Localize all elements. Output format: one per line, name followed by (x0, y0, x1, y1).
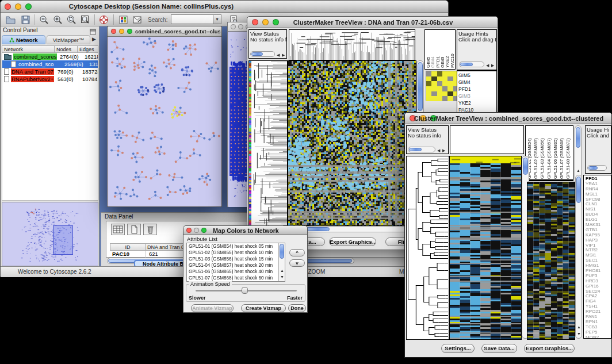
vizmap-grid-icon[interactable] (118, 14, 129, 25)
matrix-cell[interactable] (442, 91, 447, 97)
annotation-icon[interactable] (132, 14, 143, 25)
matrix-cell[interactable] (431, 76, 437, 82)
network-list-row[interactable]: combined_scores2764(0)16218(0) (2, 53, 98, 60)
close-button[interactable] (111, 29, 116, 34)
scroll-up-arrow[interactable]: ▲ (280, 269, 284, 273)
scroll-down-arrow[interactable]: ▼ (280, 275, 284, 279)
cluster-correlation-matrix[interactable] (426, 71, 458, 101)
dialog-titlebar[interactable]: Map Colors to Network (183, 226, 307, 235)
scroll-left-arrow[interactable]: ◀ (437, 148, 440, 152)
matrix-cell[interactable] (431, 86, 437, 91)
usage-hints-hscrollbar[interactable] (459, 62, 484, 67)
data-column-id[interactable]: ID (110, 243, 146, 251)
matrix-cell[interactable] (447, 96, 453, 101)
minimize-button[interactable] (238, 24, 243, 29)
heatmap-canvas[interactable] (449, 156, 522, 340)
export-graphics-button[interactable]: Export Graphics... (524, 344, 575, 353)
matrix-cell[interactable] (442, 96, 447, 101)
matrix-cell[interactable] (447, 86, 453, 91)
delete-attribute-icon[interactable] (143, 224, 157, 235)
scroll-thumb[interactable] (460, 63, 473, 66)
scroll-right-arrow[interactable]: ▶ (282, 53, 285, 57)
tab-overflow-button[interactable]: ▶ (92, 36, 96, 42)
search-input[interactable]: ▾ (171, 14, 221, 24)
matrix-cell[interactable] (447, 91, 453, 97)
scroll-left-arrow[interactable]: ◀ (277, 53, 280, 57)
network-overview-panel[interactable] (2, 202, 98, 266)
scroll-thumb[interactable] (576, 177, 581, 203)
network-view-titlebar[interactable]: combined_scores_good.txt--cluste... (108, 26, 221, 37)
tab-network[interactable]: Network (2, 35, 45, 44)
matrix-cell[interactable] (437, 76, 442, 82)
view-status-hscrollbar[interactable] (250, 51, 275, 57)
scroll-thumb[interactable] (523, 158, 528, 175)
matrix-cell[interactable] (442, 76, 447, 82)
zoom-selected-icon[interactable] (66, 14, 77, 25)
matrix-cell[interactable] (426, 91, 431, 97)
attribute-list-item[interactable]: GPL51-04 (GSM857) heat shock 20 min (187, 262, 285, 269)
scroll-thumb[interactable] (251, 52, 263, 56)
heatmap-canvas[interactable] (288, 60, 416, 226)
matrix-cell[interactable] (442, 81, 447, 86)
done-button[interactable]: Done (288, 304, 306, 312)
zoom-button[interactable] (127, 29, 132, 34)
new-attribute-icon[interactable] (127, 224, 141, 235)
matrix-cell[interactable] (447, 76, 453, 82)
network-canvas[interactable] (108, 37, 221, 206)
matrix-cell[interactable] (431, 91, 437, 97)
scroll-right-arrow[interactable]: ▶ (491, 63, 494, 67)
scroll-thumb[interactable] (409, 148, 422, 151)
matrix-cell[interactable] (426, 71, 431, 76)
column-header-nodes[interactable]: Nodes (54, 45, 78, 53)
zoom-in-icon[interactable] (52, 14, 63, 25)
attribute-table-icon[interactable] (111, 224, 125, 235)
matrix-cell[interactable] (437, 91, 442, 97)
network-list-row[interactable]: DNA and Tran 07769(0)183728(0) (2, 68, 98, 75)
attribute-listbox[interactable]: ▲ ▼ GPL51-01 (GSM854) heat shock 05 minG… (186, 243, 285, 282)
attribute-list-item[interactable]: GPL51-07 (GSM868) heat shock 60 min (187, 275, 285, 281)
matrix-cell[interactable] (431, 81, 437, 86)
matrix-cell[interactable] (431, 96, 437, 101)
search-dropdown-button[interactable]: ▾ (213, 15, 221, 24)
matrix-cell[interactable] (442, 71, 447, 76)
matrix-cell[interactable] (442, 86, 447, 91)
help-ring-icon[interactable] (98, 14, 109, 25)
column-dendrogram-area[interactable] (450, 125, 524, 154)
attribute-list-item[interactable]: GPL51-02 (GSM855) heat shock 10 min (187, 250, 285, 256)
open-folder-icon[interactable] (5, 14, 16, 25)
matrix-cell[interactable] (426, 81, 431, 86)
attribute-list-item[interactable]: GPL51-01 (GSM854) heat shock 05 min (187, 243, 285, 250)
move-up-button[interactable]: ^ (289, 249, 305, 256)
tab-vizmapper[interactable]: VizMapper™ (47, 35, 90, 44)
scroll-up-arrow[interactable]: ▲ (576, 168, 580, 173)
list-vscrollbar[interactable]: ▲ ▼ (278, 243, 285, 281)
export-graphics-button[interactable]: Export Graphics... (329, 237, 376, 246)
matrix-cell[interactable] (437, 71, 442, 76)
slider-thumb[interactable] (242, 287, 248, 294)
matrix-cell[interactable] (437, 96, 442, 101)
row-dendrogram-canvas[interactable] (248, 60, 288, 226)
save-icon[interactable] (20, 14, 31, 25)
row-dendrogram-canvas[interactable] (406, 156, 449, 340)
main-titlebar[interactable]: Cytoscape Desktop (Session Name: collins… (1, 1, 448, 13)
view-status-hscrollbar[interactable] (408, 147, 435, 152)
usage-hints-hscrollbar[interactable] (587, 165, 607, 171)
scroll-thumb[interactable] (280, 244, 284, 259)
scroll-left-arrow[interactable]: ◀ (486, 63, 489, 67)
matrix-cell[interactable] (447, 81, 453, 86)
network-list-row[interactable]: combined_sco2569(6)13112(15) (2, 60, 98, 68)
scroll-down-arrow[interactable]: ▼ (577, 332, 581, 336)
column-header-network[interactable]: Network (2, 45, 55, 53)
network-overview-canvas[interactable] (2, 202, 98, 266)
matrix-cell[interactable] (426, 96, 431, 101)
zoom-out-icon[interactable] (39, 14, 49, 25)
treeview-dna-titlebar[interactable]: ClusterMaker TreeView : DNA and Tran 07-… (247, 17, 498, 28)
treeview-combined-titlebar[interactable]: ClusterMaker TreeView : combined_scores_… (405, 113, 611, 124)
scroll-thumb[interactable] (576, 127, 580, 148)
matrix-cell[interactable] (426, 86, 431, 91)
matrix-cell[interactable] (447, 71, 453, 76)
move-down-button[interactable]: v (289, 259, 305, 267)
scroll-thumb[interactable] (418, 62, 423, 111)
scroll-right-arrow[interactable]: ▶ (442, 148, 445, 152)
matrix-cell[interactable] (431, 71, 437, 76)
